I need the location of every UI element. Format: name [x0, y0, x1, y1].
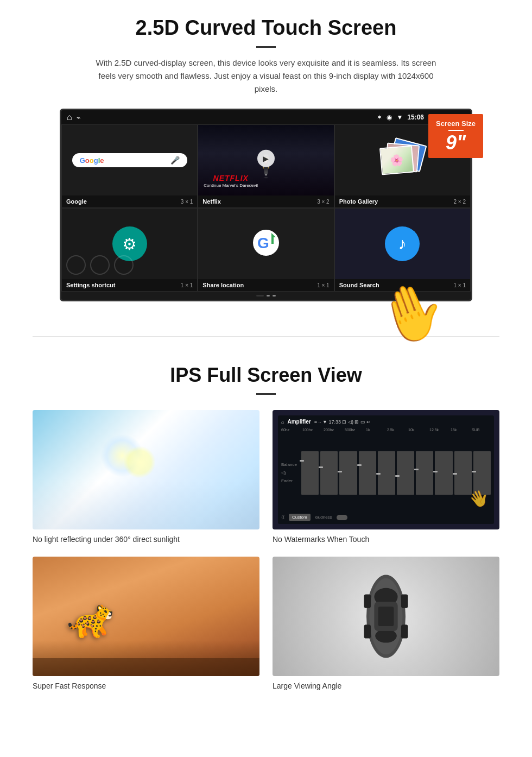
amp-slider-7	[416, 451, 433, 495]
amp-back-icon: ⟨⟨	[281, 515, 284, 520]
wifi-icon: ▼	[396, 113, 403, 121]
cheetah-cell: 🐆 Super Fast Response	[33, 557, 259, 690]
google-label-row: Google 3 × 1	[62, 195, 197, 207]
badge-divider	[448, 130, 464, 131]
amp-sliders: Balance ◁) Fader	[281, 434, 491, 512]
amp-header: ⌂ Amplifier ≡ ·· ▼ 17:33 ⊡ ◁) ⊠ ▭ ↩	[281, 419, 491, 425]
pagination-dots	[61, 292, 471, 300]
amp-side-labels: Balance ◁) Fader	[281, 462, 297, 483]
dot-2	[267, 295, 270, 297]
sound-cell-inner: ♪	[335, 209, 470, 279]
amp-sliders-area: 🖐	[301, 446, 491, 500]
svg-rect-9	[364, 595, 371, 608]
amp-slider-4	[359, 451, 376, 495]
location-icon: ◉	[387, 113, 392, 121]
app-grid: Google 🎤 Google 3 × 1	[61, 124, 471, 292]
share-cell-inner: G	[198, 209, 333, 279]
netflix-cell-inner: 🕴 ▶ NETFLIX Continue Marvel's Daredevil	[198, 125, 333, 195]
amp-slider-6	[397, 451, 414, 495]
section2-title: IPS Full Screen View	[33, 364, 499, 387]
sound-app-size: 1 × 1	[453, 282, 466, 288]
settings-app-size: 1 × 1	[181, 282, 193, 288]
gallery-app-name: Photo Gallery	[339, 198, 378, 205]
amp-slider-2	[320, 451, 338, 495]
google-app-name: Google	[66, 198, 87, 205]
device-screen: ⌂ ⌁ ✶ ◉ ▼ 15:06 ⊡ ◁) ⊠ ▭	[60, 109, 472, 301]
ghost-circle-3	[114, 255, 134, 275]
share-app-name: Share location	[202, 282, 244, 288]
amp-screen: ⌂ Amplifier ≡ ·· ▼ 17:33 ⊡ ◁) ⊠ ▭ ↩ 60hz…	[278, 415, 494, 524]
sound-app-name: Sound Search	[339, 282, 379, 288]
svg-text:G: G	[257, 235, 269, 251]
usb-icon: ⌁	[77, 113, 81, 122]
section1-title: 2.5D Curved Touch Screen	[33, 16, 499, 40]
maps-icon: G	[252, 229, 280, 257]
photo-stack: 🌸	[381, 141, 424, 179]
section1-description: With 2.5D curved-display screen, this de…	[92, 56, 440, 96]
settings-app-name: Settings shortcut	[66, 282, 115, 288]
google-logo: Google	[80, 156, 104, 165]
device-container: Screen Size 9" ⌂ ⌁ ✶ ◉ ▼ 15:06 ⊡ ◁) ⊠ ▭	[54, 109, 478, 301]
netflix-subtitle: Continue Marvel's Daredevil	[204, 183, 258, 188]
amp-slider-9	[454, 451, 472, 495]
share-cell[interactable]: G Share location 1 × 1	[198, 208, 334, 292]
settings-cell-inner: ⚙	[62, 209, 197, 279]
dot-3	[273, 295, 276, 297]
photo-card-3: 🌸	[379, 145, 414, 175]
car-caption: Large Viewing Angle	[273, 682, 499, 690]
amplifier-caption: No Watermarks When Touch	[273, 535, 499, 544]
ghost-circle-2	[90, 255, 110, 275]
cheetah-caption: Super Fast Response	[33, 682, 259, 690]
share-app-size: 1 × 1	[317, 282, 330, 288]
google-cell[interactable]: Google 🎤 Google 3 × 1	[61, 124, 198, 208]
clock: 15:06	[407, 113, 424, 121]
gallery-label-row: Photo Gallery 2 × 2	[335, 195, 470, 207]
screen-size-badge: Screen Size 9"	[428, 114, 483, 158]
section-curved-screen: 2.5D Curved Touch Screen With 2.5D curve…	[0, 0, 532, 314]
badge-size: 9"	[436, 133, 476, 153]
title-divider	[256, 46, 276, 48]
car-svg	[353, 567, 419, 665]
amp-slider-8	[435, 451, 452, 495]
gallery-app-size: 2 × 2	[453, 199, 466, 205]
amp-footer-row: ⟨⟨ Custom loudness	[281, 514, 491, 521]
amp-freq-labels: 60hz 100hz 200hz 500hz 1k 2.5k 10k 12.5k…	[281, 428, 491, 432]
google-app-size: 3 × 1	[181, 199, 193, 205]
home-icon: ⌂	[67, 112, 72, 122]
sound-label-row: Sound Search 1 × 1	[335, 279, 470, 291]
amp-loudness-label: loudness	[315, 515, 332, 520]
cheetah-image: 🐆	[33, 557, 259, 676]
amp-custom-btn: Custom	[289, 514, 311, 521]
amplifier-cell: ⌂ Amplifier ≡ ·· ▼ 17:33 ⊡ ◁) ⊠ ▭ ↩ 60hz…	[273, 410, 499, 544]
ghost-circle-1	[66, 255, 86, 275]
settings-cell[interactable]: ⚙ Settings shortcut 1 × 1	[61, 208, 198, 292]
flower-emoji: 🌸	[390, 153, 404, 167]
sunlight-caption: No light reflecting under 360° direct su…	[33, 535, 259, 544]
car-cell: Large Viewing Angle	[273, 557, 499, 690]
netflix-app-size: 3 × 2	[317, 199, 330, 205]
netflix-app-name: Netflix	[202, 198, 221, 205]
section-ips: IPS Full Screen View No light reflecting…	[0, 358, 532, 706]
bluetooth-icon: ✶	[377, 113, 382, 121]
section2-divider	[256, 393, 276, 395]
google-search-bar[interactable]: Google 🎤	[72, 153, 187, 167]
amp-slider-3	[339, 451, 357, 495]
car-image	[273, 557, 499, 676]
amp-slider-5	[378, 451, 395, 495]
dot-1	[256, 295, 264, 297]
cheetah-silhouette: 🐆	[67, 596, 114, 640]
play-button[interactable]: ▶	[257, 150, 275, 167]
sound-cell[interactable]: ♪ Sound Search 1 × 1	[334, 208, 471, 292]
netflix-cell[interactable]: 🕴 ▶ NETFLIX Continue Marvel's Daredevil …	[198, 124, 334, 208]
amp-loudness-toggle[interactable]	[337, 515, 347, 520]
svg-point-6	[375, 629, 397, 642]
svg-rect-11	[364, 624, 371, 638]
amplifier-image: ⌂ Amplifier ≡ ·· ▼ 17:33 ⊡ ◁) ⊠ ▭ ↩ 60hz…	[273, 410, 499, 529]
netflix-label-row: Netflix 3 × 2	[198, 195, 333, 207]
feature-grid: No light reflecting under 360° direct su…	[33, 410, 499, 690]
google-cell-inner: Google 🎤	[62, 125, 197, 195]
mic-icon: 🎤	[170, 156, 180, 165]
svg-rect-12	[401, 624, 408, 638]
sunlight-cell: No light reflecting under 360° direct su…	[33, 410, 259, 544]
amp-home-icon: ⌂	[281, 419, 284, 425]
